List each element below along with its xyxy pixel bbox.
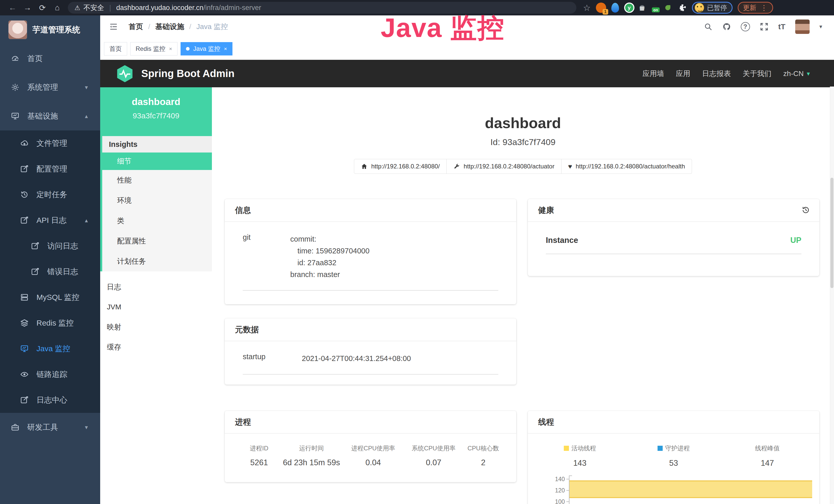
sidebar-item-config-manage[interactable]: 配置管理 bbox=[0, 156, 100, 182]
sidebar-item-dev-tools[interactable]: 研发工具 ▾ bbox=[0, 413, 100, 442]
user-menu-caret-icon[interactable]: ▾ bbox=[819, 23, 822, 30]
sidebar-item-trace[interactable]: 链路追踪 bbox=[0, 362, 100, 387]
eye-icon bbox=[20, 370, 29, 379]
briefcase-icon bbox=[11, 423, 20, 432]
process-header-sys-cpu: 系统CPU使用率 bbox=[405, 444, 462, 452]
threads-legend: 活动线程 143 守护进程 53 线程峰值 147 bbox=[528, 433, 819, 468]
chevron-up-icon: ▴ bbox=[85, 217, 88, 224]
sba-item-environment[interactable]: 环境 bbox=[102, 190, 212, 210]
sba-nav-about[interactable]: 关于我们 bbox=[743, 69, 772, 78]
metadata-card: 元数据 startup 2021-04-27T00:44:31.254+08:0… bbox=[225, 318, 516, 385]
sidebar-item-log-center[interactable]: 日志中心 bbox=[0, 387, 100, 413]
sba-group-title: Insights bbox=[102, 136, 212, 153]
extension-pin-icon[interactable] bbox=[611, 3, 619, 13]
chrome-menu-icon[interactable]: ⋮ bbox=[761, 4, 768, 12]
extensions-puzzle-icon[interactable] bbox=[678, 3, 687, 12]
sidebar-item-access-log[interactable]: 访问日志 bbox=[0, 233, 100, 259]
instance-health-link[interactable]: ♥ http://192.168.0.2:48080/actuator/heal… bbox=[562, 159, 692, 174]
tab-redis-monitor[interactable]: Redis 监控 × bbox=[130, 42, 177, 55]
sba-item-jvm[interactable]: JVM bbox=[100, 297, 212, 317]
sba-item-classes[interactable]: 类 bbox=[102, 210, 212, 231]
instance-link-group: http://192.168.0.2:48080/ http://192.168… bbox=[354, 159, 692, 174]
extension-orange-icon[interactable]: 1 bbox=[596, 3, 606, 13]
metadata-card-title: 元数据 bbox=[225, 318, 516, 341]
sidebar-item-api-log[interactable]: API 日志 ▴ bbox=[0, 207, 100, 233]
chrome-update-button[interactable]: 更新 ⋮ bbox=[738, 2, 773, 14]
app-logo-row[interactable]: 芋道管理系统 bbox=[0, 16, 100, 44]
page-scrollbar-track[interactable] bbox=[830, 87, 834, 504]
gear-icon bbox=[11, 83, 20, 92]
process-card: 进程 进程ID 运行时间 进程CPU使用率 系统CPU使用率 CPU核心数 52… bbox=[225, 411, 516, 482]
page-scrollbar-thumb[interactable] bbox=[830, 178, 833, 288]
process-value-uptime: 6d 23h 15m 59s bbox=[282, 458, 341, 467]
history-icon[interactable] bbox=[802, 206, 810, 214]
sidebar-item-mysql-monitor[interactable]: MySQL 监控 bbox=[0, 284, 100, 310]
health-row-label: Instance bbox=[546, 236, 578, 245]
sidebar-item-scheduled-jobs[interactable]: 定时任务 bbox=[0, 182, 100, 207]
sba-nav-journal[interactable]: 日志报表 bbox=[702, 69, 731, 78]
threads-card: 线程 活动线程 143 守护进程 53 线程峰值 147 140 120 100 bbox=[528, 411, 819, 504]
breadcrumb-current: Java 监控 bbox=[197, 22, 228, 31]
home-icon bbox=[361, 163, 368, 170]
breadcrumb-home[interactable]: 首页 bbox=[129, 22, 143, 31]
security-label: 不安全 bbox=[83, 3, 104, 12]
browser-home-icon[interactable]: ⌂ bbox=[50, 3, 65, 12]
process-header-proc-cpu: 进程CPU使用率 bbox=[341, 444, 405, 452]
sba-item-config-props[interactable]: 配置属性 bbox=[102, 231, 212, 251]
bookmark-star-icon[interactable]: ☆ bbox=[583, 3, 591, 13]
edit-icon bbox=[20, 165, 29, 173]
tab-java-monitor[interactable]: Java 监控 × bbox=[180, 42, 233, 55]
sba-item-logfile[interactable]: 日志 bbox=[100, 277, 212, 297]
instance-home-link[interactable]: http://192.168.0.2:48080/ bbox=[354, 159, 447, 174]
live-threads-area-series bbox=[569, 480, 812, 498]
breadcrumb: 首页 / 基础设施 / Java 监控 bbox=[129, 22, 228, 31]
sidebar-item-file-manage[interactable]: 文件管理 bbox=[0, 131, 100, 156]
sba-item-details[interactable]: 细节 bbox=[102, 153, 212, 170]
sidebar-infra-submenu: 文件管理 配置管理 定时任务 API 日志 ▴ 访问日志 错误日志 MySQL … bbox=[0, 131, 100, 413]
github-icon[interactable] bbox=[722, 22, 731, 31]
browser-forward-icon[interactable]: → bbox=[20, 3, 35, 12]
extension-y-icon[interactable]: y bbox=[624, 3, 634, 13]
sidebar-collapse-icon[interactable] bbox=[109, 22, 118, 31]
extension-badge: 1 bbox=[602, 9, 608, 15]
sba-item-caches[interactable]: 缓存 bbox=[100, 337, 212, 357]
user-avatar[interactable] bbox=[795, 20, 810, 34]
sba-instance-header[interactable]: dashboard 93a3fc7f7409 bbox=[100, 87, 212, 136]
font-size-icon[interactable]: tT bbox=[778, 22, 786, 31]
active-tab-dot bbox=[186, 47, 190, 51]
extension-grid-icon[interactable]: ▦ bbox=[640, 5, 645, 10]
sidebar-item-redis-monitor[interactable]: Redis 监控 bbox=[0, 310, 100, 336]
instance-actuator-link[interactable]: http://192.168.0.2:48080/actuator bbox=[447, 159, 562, 174]
close-icon[interactable]: × bbox=[169, 46, 172, 52]
sidebar-item-java-monitor[interactable]: Java 监控 bbox=[0, 336, 100, 362]
breadcrumb-separator: / bbox=[148, 23, 150, 31]
profile-paused-badge[interactable]: 已暂停 bbox=[692, 2, 732, 14]
sba-brand[interactable]: Spring Boot Admin bbox=[115, 64, 235, 84]
sba-item-metrics[interactable]: 性能 bbox=[102, 170, 212, 190]
sba-locale-select[interactable]: zh-CN ▾ bbox=[784, 70, 810, 78]
sidebar-item-system[interactable]: 系统管理 ▾ bbox=[0, 73, 100, 102]
browser-reload-icon[interactable]: ⟳ bbox=[35, 3, 50, 13]
close-icon[interactable]: × bbox=[224, 46, 227, 52]
y-axis-cap bbox=[569, 476, 572, 476]
breadcrumb-separator: / bbox=[189, 23, 191, 31]
sba-item-scheduled-tasks[interactable]: 计划任务 bbox=[102, 251, 212, 271]
sba-nav-applications[interactable]: 应用 bbox=[676, 69, 690, 78]
sidebar-item-infra[interactable]: 基础设施 ▴ bbox=[0, 102, 100, 131]
sidebar-item-home[interactable]: 首页 bbox=[0, 44, 100, 73]
tab-home[interactable]: 首页 bbox=[104, 42, 127, 55]
sba-nav-wallboard[interactable]: 应用墙 bbox=[643, 69, 664, 78]
extension-on-icon[interactable]: on bbox=[652, 5, 658, 10]
sidebar-item-error-log[interactable]: 错误日志 bbox=[0, 259, 100, 284]
search-icon[interactable] bbox=[704, 22, 712, 31]
browser-back-icon[interactable]: ← bbox=[5, 3, 20, 12]
threads-card-title: 线程 bbox=[528, 411, 819, 433]
fullscreen-icon[interactable] bbox=[760, 22, 768, 31]
sba-item-mappings[interactable]: 映射 bbox=[100, 317, 212, 337]
help-icon[interactable]: ? bbox=[741, 22, 750, 31]
legend-daemon-threads: 守护进程 bbox=[658, 445, 690, 452]
extension-leaf-icon[interactable] bbox=[665, 5, 671, 10]
security-warning-icon[interactable]: ⚠ bbox=[74, 4, 80, 12]
breadcrumb-infra[interactable]: 基础设施 bbox=[155, 22, 184, 31]
y-axis-tickmark bbox=[566, 490, 569, 491]
